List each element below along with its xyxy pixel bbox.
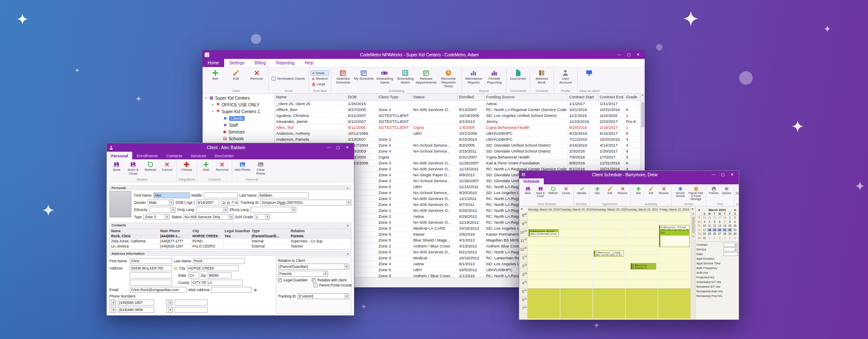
availability-block[interactable] <box>528 289 560 319</box>
phone3-type-select[interactable] <box>166 300 173 306</box>
contacts-column-header[interactable]: City <box>191 229 223 233</box>
collapse-chevron-icon[interactable]: ▲ <box>346 252 349 255</box>
mini-calendar-day[interactable]: 29 <box>727 232 732 236</box>
mini-calendar-day[interactable]: 26 <box>712 232 717 236</box>
mini-calendar-day[interactable]: 10 <box>697 220 702 224</box>
zip-field[interactable]: 96090 <box>208 272 231 278</box>
tracking-id-select[interactable]: Simpson-Ziggy-20070331 <box>260 200 351 206</box>
phone2-type-select[interactable] <box>109 307 116 313</box>
mini-calendar-day[interactable]: 14 <box>697 236 702 240</box>
mini-calendar-day[interactable]: 24 <box>702 232 707 236</box>
save-and-close-button[interactable]: Save & Close <box>125 161 142 176</box>
phone4-type-select[interactable] <box>166 307 173 313</box>
contacts-column-header[interactable]: Type <box>250 229 289 233</box>
tree-item[interactable]: ▾ Super Kid Centers 1 <box>203 108 274 115</box>
availability-block[interactable] <box>593 289 625 319</box>
phone3-field[interactable] <box>175 300 208 306</box>
collapse-chevron-icon[interactable]: ▲ <box>346 224 349 227</box>
mini-calendar-next-icon[interactable]: ► <box>734 208 737 212</box>
close-button[interactable]: ✕ <box>343 144 352 151</box>
menu-tab[interactable]: Help <box>300 59 319 67</box>
grid-row[interactable]: _client 25, client 25 1/25/2015 Aetna 1/… <box>275 101 640 107</box>
grid-column-header[interactable]: Contract End <box>598 94 625 100</box>
calendar-grid[interactable]: D.Barrymore - B.Sklil [BD-LAUSD:606] 10:… <box>528 212 691 320</box>
mini-calendar-day[interactable]: 12 <box>712 224 717 228</box>
grid-header-row[interactable]: NameDOBClient TypeStatusEnrolledFunding … <box>275 94 640 101</box>
calendar-prev-icon[interactable]: ◄ <box>520 207 523 210</box>
minimize-button[interactable]: — <box>709 171 718 178</box>
terminated-clients-checkbox[interactable]: Terminated Clients <box>270 76 307 81</box>
resides-checkbox[interactable]: ✓ <box>312 278 316 282</box>
mini-calendar-day[interactable]: 12 <box>697 228 702 232</box>
validate-button[interactable]: Validate <box>576 186 587 195</box>
contacts-header-row[interactable]: NameMain PhoneCityLegal GuardianTypeRela… <box>110 229 351 234</box>
remove-appointment-button[interactable]: Remove <box>617 186 629 195</box>
mini-calendar-day[interactable]: 13 <box>717 224 722 228</box>
grid-row[interactable]: Affleck, Ben 9/27/2005 Zone 2 NA-605 Ser… <box>275 107 640 113</box>
day-header[interactable]: Friday, March 22, 2019 <box>658 206 691 212</box>
client-tab[interactable]: Personal <box>107 152 132 159</box>
mini-calendar-day[interactable]: 18 <box>707 228 712 232</box>
mini-calendar-day[interactable]: 31 <box>702 236 707 240</box>
address-section-header[interactable]: Address Information▲ <box>109 251 351 256</box>
minimize-button[interactable]: — <box>615 51 624 58</box>
tree-item[interactable]: Services <box>203 128 274 135</box>
calendar-next-icon[interactable]: ► <box>691 207 694 210</box>
tree-item[interactable]: Clients <box>203 115 274 122</box>
relation-select[interactable]: (Parent/Guardian) <box>278 264 349 270</box>
legal-guardian-checkbox[interactable]: ✓ <box>278 278 282 282</box>
mini-calendar-day[interactable]: 19 <box>712 228 717 232</box>
mini-calendar-day[interactable]: 25 <box>707 216 712 220</box>
address2-field[interactable] <box>130 272 172 278</box>
contacts-column-header[interactable]: Main Phone <box>159 229 191 233</box>
maximize-button[interactable]: ▢ <box>624 51 633 58</box>
client-titlebar[interactable]: Client - Alec Baldwin — ▢ ✕ <box>107 143 354 152</box>
grid-column-header[interactable]: Name <box>275 94 347 100</box>
type-select[interactable]: Zone 3 <box>143 214 170 220</box>
city-field[interactable]: HORSE CREEK <box>187 265 239 271</box>
ethnicity-language-select[interactable] <box>250 207 296 213</box>
web-address-field[interactable] <box>211 287 252 293</box>
panel-widget[interactable] <box>723 247 738 251</box>
reconcile-reported-times-button[interactable]: Reconcile Reported Times <box>437 69 460 89</box>
email-field[interactable]: Chris.Rock@cmguardian.com <box>130 287 186 293</box>
mini-calendar-day[interactable]: 27 <box>717 216 722 220</box>
mini-calendar-day[interactable]: 2 <box>712 236 717 240</box>
menu-tab[interactable]: Reporting <box>271 59 300 67</box>
mini-calendar-day[interactable]: 3 <box>717 236 722 240</box>
add-client-button[interactable]: Add <box>205 69 225 81</box>
addr-first-name-field[interactable]: Chris <box>130 258 172 264</box>
grid-row[interactable]: Aguilera, Christina 6/21/2007 SGTESTCLIE… <box>275 113 640 119</box>
mini-calendar-day[interactable]: 9 <box>732 220 737 224</box>
edit-appointment-button[interactable]: Edit <box>604 186 616 195</box>
contacts-column-header[interactable]: Legal Guardian <box>223 229 250 233</box>
first-name-field[interactable]: Alec <box>153 192 190 198</box>
doccenter-button[interactable]: DocCenter <box>736 186 739 195</box>
appointment-wednesday[interactable]: D.Barrymore - L.Gaga [BD-LAUSD:606] 12:3… <box>594 250 624 257</box>
save-and-close-button[interactable]: Save & Close <box>534 186 546 198</box>
mini-calendar-day[interactable]: 17 <box>702 228 707 232</box>
scheduling-matrix-button[interactable]: Scheduling Matrix <box>395 69 415 85</box>
remove-availability-button[interactable]: Remove <box>658 186 670 195</box>
mini-calendar-day[interactable]: 2 <box>732 216 737 220</box>
phone1-type-select[interactable] <box>109 300 116 306</box>
contacts-column-header[interactable]: Relation <box>289 229 336 233</box>
user-account-button[interactable]: User Account <box>556 69 576 85</box>
cancel-button[interactable]: Cancel <box>159 161 175 172</box>
phone2-field[interactable]: (619)480-3809 <box>118 307 154 313</box>
add-availability-button[interactable]: Add <box>632 186 644 195</box>
mini-calendar-day[interactable]: 30 <box>732 232 737 236</box>
availability-block[interactable] <box>658 289 690 319</box>
my-schedule-button[interactable]: My Schedule <box>354 69 374 81</box>
schedule-tab[interactable]: Schedule <box>519 178 544 184</box>
dob-field[interactable]: 8/16/2007 <box>196 200 219 206</box>
scrollbar-thumb[interactable] <box>692 217 695 233</box>
county-field[interactable]: CITY OF LA <box>191 280 243 286</box>
school-grade-select[interactable]: 1 <box>255 214 270 220</box>
clear-photo-button[interactable]: Clear Photo <box>252 161 270 176</box>
gender-select[interactable]: Male <box>147 200 174 206</box>
availability-block[interactable] <box>560 289 593 319</box>
contact-row[interactable]: Zeta-Jones, Catherine (446)577-1777 POND… <box>110 239 351 244</box>
mini-calendar-day[interactable]: 27 <box>717 232 722 236</box>
refresh-button[interactable]: Refresh <box>142 161 159 172</box>
